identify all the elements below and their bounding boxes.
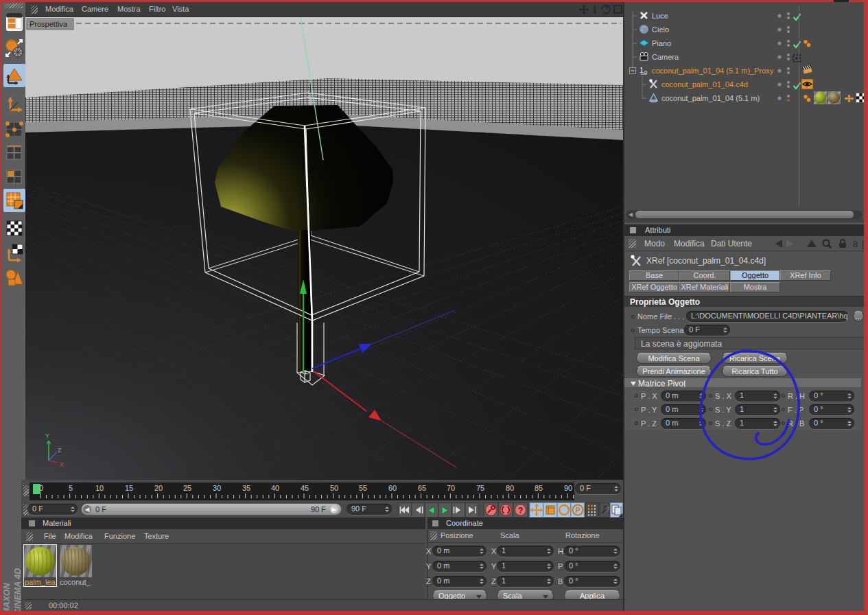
- svg-text:90: 90: [564, 484, 572, 492]
- svg-text:60: 60: [388, 484, 397, 492]
- svg-text:80: 80: [506, 484, 514, 492]
- svg-text:X: X: [60, 461, 64, 468]
- svg-text:0: 0: [39, 484, 43, 492]
- svg-text:55: 55: [359, 484, 367, 492]
- svg-text:5: 5: [69, 484, 73, 492]
- svg-text:85: 85: [535, 484, 543, 492]
- svg-text:50: 50: [330, 484, 338, 492]
- svg-text:20: 20: [154, 484, 163, 492]
- svg-text:1: 1: [640, 66, 644, 74]
- svg-text:70: 70: [447, 484, 455, 492]
- svg-text:MAXON: MAXON: [2, 583, 12, 615]
- svg-text:15: 15: [125, 484, 133, 492]
- svg-text:75: 75: [476, 484, 484, 492]
- svg-text:Z: Z: [58, 447, 62, 454]
- svg-text:35: 35: [242, 484, 250, 492]
- svg-text:Y: Y: [45, 432, 49, 439]
- svg-text:?: ?: [518, 506, 523, 515]
- svg-text:8: 8: [853, 239, 858, 249]
- svg-text:65: 65: [418, 484, 426, 492]
- svg-text:P: P: [576, 506, 580, 514]
- svg-text:45: 45: [301, 484, 309, 492]
- svg-text:Prospettiva: Prospettiva: [30, 20, 68, 28]
- svg-text:40: 40: [271, 484, 279, 492]
- svg-text:0: 0: [644, 69, 648, 76]
- svg-text:10: 10: [95, 484, 104, 492]
- svg-text:30: 30: [213, 484, 221, 492]
- svg-text:25: 25: [183, 484, 191, 492]
